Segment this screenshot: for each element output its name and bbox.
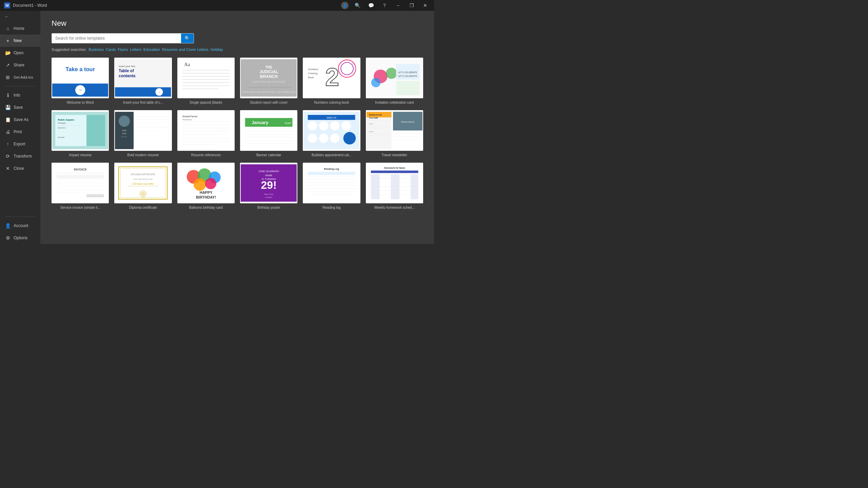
suggested-flyers[interactable]: Flyers	[118, 47, 128, 52]
search-title-bar-btn[interactable]: 🔍	[353, 1, 362, 10]
suggested-cards[interactable]: Cards	[106, 47, 116, 52]
template-label-birthday-card: Balloons birthday card	[177, 205, 235, 210]
restore-btn[interactable]: ❐	[407, 1, 416, 10]
svg-text:TOPIC 1: TOPIC 1	[369, 123, 374, 125]
template-card-toc[interactable]: Insert your first Table of contents → In…	[114, 58, 172, 105]
template-thumb-homework: Homework for Name	[366, 163, 423, 203]
add-ins-icon: ⊞	[5, 75, 11, 80]
template-card-numbers[interactable]: 2 Numbers Coloring Book Numbers coloring…	[303, 58, 360, 105]
svg-text:Insert your first: Insert your first	[119, 65, 135, 68]
minimize-btn[interactable]: −	[393, 1, 403, 10]
svg-text:Philanthropist: Philanthropist	[182, 119, 192, 121]
sidebar-label-open: Open	[14, 50, 23, 55]
template-card-take-tour[interactable]: Take a tour → Welcome to Word	[52, 58, 109, 105]
svg-text:Paralegal: Paralegal	[58, 122, 66, 124]
template-card-bold-resume[interactable]: NAME HERE JOB TITLE Bold modern resume	[114, 110, 172, 157]
svg-rect-94	[330, 121, 340, 130]
template-thumb-bold-resume: NAME HERE JOB TITLE	[114, 110, 172, 151]
template-label-bold-resume: Bold modern resume	[114, 153, 172, 157]
back-button[interactable]: ←	[0, 11, 40, 22]
template-card-birthday-poster[interactable]: COME CELEBRATE! NAME IS TURNING 29! Date…	[240, 163, 297, 210]
svg-point-141	[205, 178, 216, 189]
sidebar-item-options[interactable]: ⚙ Options	[0, 232, 40, 244]
svg-rect-126	[86, 194, 104, 197]
svg-rect-98	[330, 134, 340, 143]
template-thumb-travel-news: NEWSLETTER TITLE HERE TOPIC 1 TOPIC 2 TR…	[366, 110, 423, 151]
template-thumb-judicial: THE JUDICIAL BRANCH COURT ROLE AND STRUC…	[240, 58, 297, 98]
suggested-holiday[interactable]: Holiday	[211, 47, 223, 52]
search-bar[interactable]: 🔍	[52, 33, 194, 43]
share-icon: ↗	[5, 62, 11, 68]
sidebar-label-info: Info	[14, 93, 20, 98]
svg-rect-56	[86, 115, 105, 146]
template-thumb-take-tour: Take a tour →	[52, 58, 109, 98]
svg-rect-96	[308, 134, 317, 143]
svg-point-140	[194, 178, 206, 191]
sidebar-divider-2	[5, 217, 36, 217]
content-area: New 🔍 Suggested searches: Business Cards…	[41, 11, 434, 244]
sidebar-item-get-add-ins[interactable]: ⊞ Get Add-ins	[0, 71, 40, 83]
sidebar-label-get-add-ins: Get Add-ins	[14, 75, 33, 79]
back-icon: ←	[5, 14, 9, 19]
template-card-invoice[interactable]: INVOICE Service invoice (simple li...	[52, 163, 109, 210]
sidebar-item-print[interactable]: 🖨 Print	[0, 126, 40, 138]
svg-text:BIRTHDAY!: BIRTHDAY!	[196, 195, 216, 199]
template-label-toc: Insert your first table of c...	[114, 100, 172, 105]
sidebar-item-save[interactable]: 💾 Save	[0, 101, 40, 114]
template-thumb-blank: Aa	[177, 58, 235, 98]
suggested-resumes[interactable]: Resumes and Cover Letters	[162, 47, 209, 52]
svg-rect-164	[371, 174, 380, 199]
suggested-education[interactable]: Education	[143, 47, 160, 52]
svg-text:COURT ROLE AND STRUCTURE • SEP: COURT ROLE AND STRUCTURE • SEPTEMBER 202…	[242, 91, 296, 93]
sidebar: ← ⌂ Home + New 📂 Open ↗ Share ⊞ Get Add-…	[0, 11, 41, 244]
svg-text:LET'S CELEBRATE: LET'S CELEBRATE	[398, 75, 417, 77]
template-label-reading-log: Reading log	[303, 205, 360, 210]
template-card-bubbles-cal[interactable]: WEEK OF Bubbles appointment cal...	[303, 110, 360, 157]
svg-text:Table of: Table of	[119, 68, 134, 73]
template-label-birthday-poster: Birthday poster	[240, 205, 297, 210]
search-button[interactable]: 🔍	[181, 34, 194, 43]
template-card-impact-resume[interactable]: Robin Zupanc Paralegal Experience Educat…	[52, 110, 109, 157]
help-btn[interactable]: ?	[380, 1, 389, 10]
svg-text:Coloring: Coloring	[308, 72, 317, 75]
template-card-judicial[interactable]: THE JUDICIAL BRANCH COURT ROLE AND STRUC…	[240, 58, 297, 105]
template-card-resume-ref[interactable]: Sheetal Parmar Philanthropist Resume ref…	[177, 110, 235, 157]
sidebar-item-save-as[interactable]: 📋 Save As	[0, 114, 40, 126]
template-card-birthday-card[interactable]: HAPPY BIRTHDAY! Balloons birthday card	[177, 163, 235, 210]
sidebar-item-home[interactable]: ⌂ Home	[0, 22, 40, 35]
template-label-judicial: Student report with cover	[240, 100, 297, 105]
save-as-icon: 📋	[5, 117, 11, 122]
avatar[interactable]: 👤	[341, 2, 349, 9]
svg-text:Sheetal Parmar: Sheetal Parmar	[182, 115, 198, 118]
svg-text:Take a tour: Take a tour	[65, 66, 95, 73]
sidebar-item-open[interactable]: 📂 Open	[0, 47, 40, 59]
template-card-diploma[interactable]: DIPLOMA CERTIFICATE THIS CERTIFIES THAT …	[114, 163, 172, 210]
sidebar-item-new[interactable]: + New	[0, 35, 40, 47]
sidebar-item-export[interactable]: ↑ Export	[0, 138, 40, 150]
template-label-resume-ref: Resume references	[177, 153, 235, 157]
template-card-invitation[interactable]: LET'S CELEBRATE LET'S CELEBRATE Invitati…	[366, 58, 423, 105]
sidebar-item-share[interactable]: ↗ Share	[0, 59, 40, 71]
sidebar-item-close[interactable]: ✕ Close	[0, 162, 40, 175]
template-card-banner-cal[interactable]: January YEAR Banner calendar	[240, 110, 297, 157]
svg-rect-163	[371, 170, 418, 173]
feedback-btn[interactable]: 💬	[366, 1, 376, 10]
template-card-travel-news[interactable]: NEWSLETTER TITLE HERE TOPIC 1 TOPIC 2 TR…	[366, 110, 423, 157]
search-input[interactable]	[52, 34, 181, 43]
svg-text:Experience: Experience	[58, 127, 66, 129]
svg-point-39	[371, 78, 380, 87]
template-label-blank: Single spaced (blank)	[177, 100, 235, 105]
sidebar-item-transform[interactable]: ⟳ Transform	[0, 150, 40, 162]
close-window-btn[interactable]: ✕	[420, 1, 430, 10]
template-card-blank[interactable]: Aa Single spaced (blank)	[177, 58, 235, 105]
sidebar-item-info[interactable]: ℹ Info	[0, 89, 40, 101]
template-card-homework[interactable]: Homework for Name Weekly home	[366, 163, 423, 210]
sidebar-item-account[interactable]: 👤 Account	[0, 220, 40, 232]
template-card-reading-log[interactable]: Reading Log Reading log	[303, 163, 360, 210]
svg-text:Reading Log: Reading Log	[324, 167, 339, 170]
template-label-bubbles-cal: Bubbles appointment cal...	[303, 153, 360, 157]
suggested-business[interactable]: Business	[88, 47, 104, 52]
template-thumb-invitation: LET'S CELEBRATE LET'S CELEBRATE	[366, 58, 423, 98]
suggested-letters[interactable]: Letters	[130, 47, 141, 52]
svg-text:January: January	[252, 120, 269, 125]
